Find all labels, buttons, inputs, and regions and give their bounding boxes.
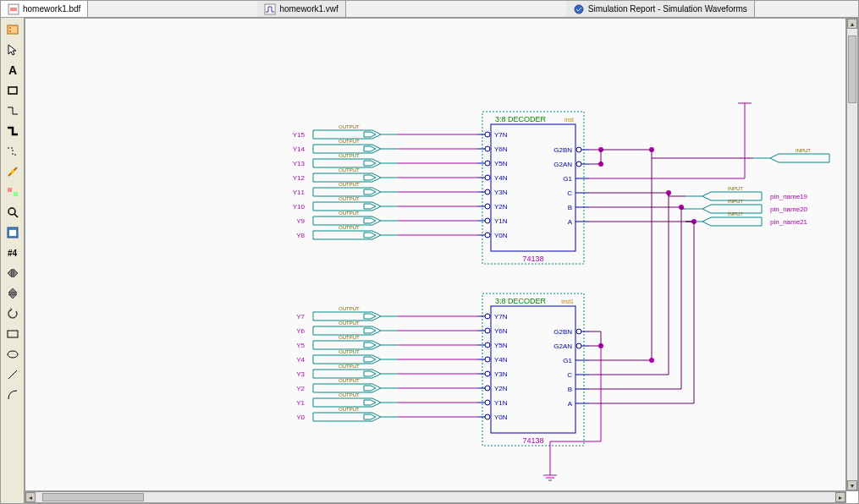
svg-text:B: B: [568, 386, 572, 393]
svg-point-18: [8, 351, 18, 358]
wire: [589, 207, 681, 389]
tab-label: Simulation Report - Simulation Waveforms: [588, 4, 747, 14]
svg-point-63: [485, 314, 490, 319]
svg-point-6: [9, 30, 11, 32]
pin-name: Y4: [296, 356, 305, 364]
input-pin: INPUTpin_name19: [686, 186, 808, 200]
output-label: OUTPUT: [339, 320, 360, 326]
output-label: OUTPUT: [339, 407, 360, 412]
svg-point-35: [485, 189, 490, 194]
svg-text:G2BN: G2BN: [553, 328, 572, 336]
svg-text:C: C: [567, 189, 572, 197]
pin-name: Y7: [296, 313, 305, 320]
scroll-down-button[interactable]: ▾: [847, 480, 857, 490]
scroll-up-button[interactable]: ▴: [847, 19, 857, 29]
scroll-right-button[interactable]: ▸: [835, 492, 845, 502]
svg-rect-4: [8, 25, 18, 34]
left-toolbar: A #4: [1, 18, 25, 503]
partial-line-tool[interactable]: [3, 183, 22, 201]
tab-bdf[interactable]: homework1.bdf: [1, 1, 88, 17]
find-tool[interactable]: #4: [3, 244, 22, 262]
svg-point-23: [485, 132, 490, 137]
svg-text:A: A: [8, 63, 17, 77]
pin-name: Y11: [293, 189, 306, 196]
output-pin: Y4OUTPUT: [296, 349, 398, 364]
svg-point-44: [485, 233, 490, 238]
svg-text:Y7N: Y7N: [494, 313, 508, 320]
wire: [589, 158, 652, 360]
input-label: INPUT: [796, 148, 811, 153]
output-label: OUTPUT: [339, 182, 360, 187]
svg-rect-17: [8, 331, 18, 337]
rectangle-tool[interactable]: [3, 325, 22, 343]
arc-tool[interactable]: [3, 386, 22, 404]
svg-point-75: [485, 371, 490, 376]
pin-name: Y14: [293, 145, 306, 153]
output-label: OUTPUT: [339, 139, 360, 144]
svg-point-32: [485, 175, 490, 180]
output-pin: Y11OUTPUT: [293, 182, 398, 196]
flip-horizontal-tool[interactable]: [3, 264, 22, 282]
selection-tool[interactable]: [3, 41, 22, 59]
svg-point-41: [485, 218, 490, 223]
symbol-tool[interactable]: [3, 20, 22, 39]
horizontal-scrollbar[interactable]: ◂ ▸: [25, 491, 846, 503]
input-pin: INPUT: [753, 148, 829, 162]
scroll-left-button[interactable]: ◂: [25, 492, 36, 502]
line-tool[interactable]: [3, 365, 22, 384]
rotate-left-tool[interactable]: [3, 304, 22, 323]
output-pin: Y6OUTPUT: [296, 320, 398, 335]
vertical-scrollbar[interactable]: ▴ ▾: [846, 18, 858, 491]
conduit-tool[interactable]: [3, 142, 22, 161]
tab-sim-report[interactable]: Simulation Report - Simulation Waveforms: [566, 1, 755, 17]
block-tool[interactable]: [3, 81, 22, 100]
orthogonal-node-tool[interactable]: [3, 101, 22, 120]
pin-name: Y8: [296, 232, 305, 239]
vscroll-thumb[interactable]: [848, 36, 856, 103]
pin-name: Y13: [293, 160, 306, 167]
sim-icon: [573, 3, 585, 15]
full-screen-tool[interactable]: [3, 223, 22, 242]
svg-text:A: A: [568, 400, 573, 408]
svg-text:G2AN: G2AN: [553, 342, 572, 350]
flip-vertical-tool[interactable]: [3, 284, 22, 303]
input-label: INPUT: [728, 186, 743, 191]
svg-text:Y6N: Y6N: [494, 145, 508, 153]
text-tool[interactable]: A: [3, 61, 22, 79]
svg-text:Y2N: Y2N: [494, 203, 508, 211]
wire: [589, 116, 745, 178]
svg-text:Y5N: Y5N: [494, 342, 508, 349]
svg-text:G2AN: G2AN: [553, 161, 572, 168]
svg-point-5: [9, 27, 11, 29]
output-pin: Y14OUTPUT: [293, 139, 398, 153]
svg-point-66: [485, 328, 490, 333]
svg-text:Y4N: Y4N: [494, 174, 508, 182]
bdf-icon: [8, 3, 19, 15]
decoder-title: 3:8 DECODER: [495, 115, 547, 123]
svg-rect-10: [8, 188, 12, 192]
output-pin: Y5OUTPUT: [296, 335, 398, 349]
decoder-title: 3:8 DECODER: [495, 297, 547, 305]
output-pin: Y1OUTPUT: [296, 392, 398, 407]
output-label: OUTPUT: [339, 196, 360, 201]
svg-rect-8: [8, 87, 17, 94]
svg-rect-1: [10, 8, 17, 11]
schematic-canvas[interactable]: 3:8 DECODERinst74138Y7NY6NY5NY4NY3NY2NY1…: [25, 18, 846, 491]
svg-point-87: [576, 329, 581, 334]
zoom-tool[interactable]: [3, 203, 22, 222]
svg-point-38: [485, 204, 490, 209]
output-label: OUTPUT: [339, 392, 360, 397]
output-label: OUTPUT: [339, 335, 360, 340]
svg-text:G1: G1: [563, 357, 572, 364]
input-pin: INPUTpin_name20: [686, 199, 808, 213]
output-pin: Y9OUTPUT: [296, 211, 398, 225]
tab-label: homework1.vwf: [279, 4, 338, 14]
svg-point-69: [485, 342, 490, 348]
svg-point-50: [576, 162, 581, 167]
tab-vwf[interactable]: homework1.vwf: [257, 1, 345, 17]
rubberband-tool[interactable]: [3, 162, 22, 181]
orthogonal-bus-tool[interactable]: [3, 122, 22, 140]
svg-rect-15: [9, 230, 16, 236]
hscroll-thumb[interactable]: [42, 493, 144, 501]
oval-tool[interactable]: [3, 345, 22, 364]
